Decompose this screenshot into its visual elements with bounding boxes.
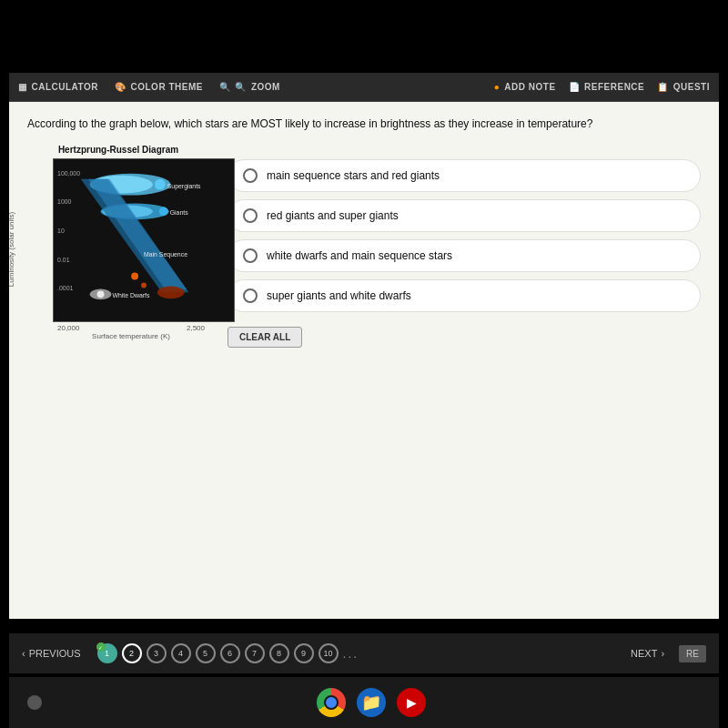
previous-label: PREVIOUS	[29, 648, 81, 659]
question-body: Hertzprung-Russel Diagram Luminosity (so…	[27, 145, 701, 348]
page-num-6[interactable]: 6	[220, 643, 240, 663]
calculator-icon: ▦	[18, 82, 27, 92]
option-4[interactable]: super giants and white dwarfs	[228, 279, 701, 312]
svg-text:Main Sequence: Main Sequence	[144, 251, 187, 258]
questi-btn[interactable]: 📋 QUESTI	[657, 82, 710, 92]
x-axis-val-2: 2,500	[187, 324, 205, 332]
search-icon-2: 🔍	[235, 82, 247, 92]
chevron-right-icon: ›	[661, 648, 664, 659]
page-num-5[interactable]: 5	[196, 643, 216, 663]
x-axis-val-1: 20,000	[57, 324, 79, 332]
option-label-2: red giants and super giants	[267, 209, 399, 222]
next-button[interactable]: NEXT ›	[631, 648, 664, 659]
page-num-1[interactable]: ✓ 1	[97, 643, 117, 663]
add-note-btn[interactable]: ● ADD NOTE	[494, 82, 556, 92]
x-axis-label: Surface temperature (K)	[53, 332, 209, 340]
reference-btn[interactable]: 📄 REFERENCE	[569, 82, 645, 92]
reference-label: REFERENCE	[584, 82, 644, 92]
zoom-label: ZOOM	[251, 82, 280, 92]
reference-icon: 📄	[569, 82, 581, 92]
next-label: NEXT	[631, 648, 657, 659]
page-num-7[interactable]: 7	[245, 643, 265, 663]
zoom-btn[interactable]: 🔍 🔍 ZOOM	[219, 82, 280, 92]
toolbar-right: ● ADD NOTE 📄 REFERENCE 📋 QUESTI	[494, 82, 710, 92]
re-button[interactable]: RE	[679, 645, 706, 662]
page-num-10[interactable]: 10	[318, 643, 339, 663]
x-axis-area: 20,000 2,500 Surface temperature (K)	[53, 324, 209, 340]
svg-point-12	[159, 207, 168, 216]
taskbar: 📁 ▶	[9, 677, 719, 728]
svg-point-16	[157, 286, 185, 298]
svg-point-21	[131, 272, 138, 279]
page-num-3[interactable]: 3	[147, 643, 167, 663]
toolbar: ▦ CALCULATOR 🎨 COLOR THEME 🔍 🔍 ZOOM ● AD…	[9, 73, 719, 102]
svg-text:Giants: Giants	[170, 209, 189, 216]
option-radio-1[interactable]	[243, 168, 258, 183]
check-icon-1: ✓	[96, 642, 106, 652]
taskbar-center: 📁 ▶	[317, 688, 426, 717]
option-1[interactable]: main sequence stars and red giants	[228, 159, 701, 192]
svg-text:White Dwarfs: White Dwarfs	[112, 292, 150, 298]
diagram-title: Hertzprung-Russel Diagram	[27, 145, 209, 155]
svg-text:.0001: .0001	[57, 285, 73, 291]
diagram-box: 100,000 1000 10 0.01 .0001 Supergiants	[53, 158, 235, 322]
page-num-9[interactable]: 9	[294, 643, 314, 663]
calculator-btn[interactable]: ▦ CALCULATOR	[18, 82, 98, 92]
questi-label: QUESTI	[673, 82, 710, 92]
option-2[interactable]: red giants and super giants	[228, 199, 701, 232]
calculator-label: CALCULATOR	[32, 82, 99, 92]
question-text: According to the graph below, which star…	[27, 116, 646, 132]
clear-all-button[interactable]: CLEAR ALL	[228, 327, 302, 348]
svg-text:1000: 1000	[57, 198, 72, 205]
page-num-4[interactable]: 4	[171, 643, 191, 663]
color-theme-btn[interactable]: 🎨 COLOR THEME	[115, 82, 203, 92]
option-label-3: white dwarfs and main sequence stars	[267, 249, 452, 262]
option-label-1: main sequence stars and red giants	[267, 169, 440, 182]
questi-icon: 📋	[657, 82, 669, 92]
option-radio-3[interactable]	[243, 248, 258, 263]
option-radio-4[interactable]	[243, 288, 258, 303]
y-axis-label: Luminosity (solar units)	[7, 212, 15, 287]
color-theme-label: COLOR THEME	[131, 82, 203, 92]
page-numbers: ✓ 1 2 3 4 5 6 7 8 9 10 ...	[97, 643, 615, 663]
diagram-wrapper: Luminosity (solar units) 100,000 1000 10…	[27, 158, 209, 340]
previous-button[interactable]: ‹ PREVIOUS	[22, 648, 81, 659]
search-icon-1: 🔍	[219, 82, 231, 92]
files-icon[interactable]: 📁	[357, 688, 386, 717]
taskbar-left	[27, 695, 42, 710]
option-label-4: super giants and white dwarfs	[267, 289, 411, 302]
diagram-container: Hertzprung-Russel Diagram Luminosity (so…	[27, 145, 209, 340]
nav-dots: ...	[343, 646, 359, 661]
bottom-navigation: ‹ PREVIOUS ✓ 1 2 3 4 5 6 7 8 9 10 ... NE…	[9, 633, 719, 673]
chrome-browser-icon[interactable]	[317, 688, 346, 717]
option-radio-2[interactable]	[243, 208, 258, 223]
add-note-icon: ●	[494, 82, 500, 92]
taskbar-dot[interactable]	[27, 695, 42, 710]
page-num-2[interactable]: 2	[122, 643, 142, 663]
color-theme-icon: 🎨	[115, 82, 126, 92]
options-area: main sequence stars and red giants red g…	[228, 159, 701, 348]
hr-diagram-svg: 100,000 1000 10 0.01 .0001 Supergiants	[54, 159, 234, 321]
page-num-8[interactable]: 8	[269, 643, 289, 663]
svg-text:Supergiants: Supergiants	[167, 182, 201, 189]
option-3[interactable]: white dwarfs and main sequence stars	[228, 239, 701, 272]
youtube-icon[interactable]: ▶	[397, 688, 426, 717]
svg-point-22	[141, 282, 147, 288]
x-axis-values: 20,000 2,500	[53, 324, 209, 332]
toolbar-left: ▦ CALCULATOR 🎨 COLOR THEME 🔍 🔍 ZOOM	[18, 82, 476, 92]
svg-point-19	[97, 290, 105, 298]
content-area: According to the graph below, which star…	[9, 102, 719, 619]
chevron-left-icon: ‹	[22, 648, 25, 659]
add-note-label: ADD NOTE	[504, 82, 555, 92]
svg-text:0.01: 0.01	[57, 257, 70, 263]
svg-text:100,000: 100,000	[57, 170, 80, 177]
svg-point-8	[155, 179, 166, 190]
svg-text:10: 10	[57, 228, 65, 234]
